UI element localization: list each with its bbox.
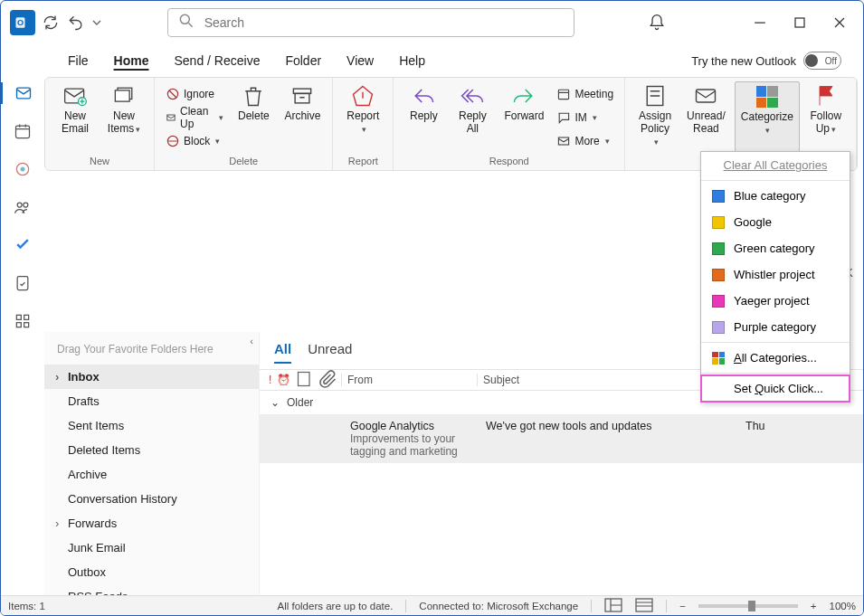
- mail-icon[interactable]: [1, 82, 44, 104]
- folder-item[interactable]: Deleted Items: [44, 438, 259, 462]
- more-respond-button[interactable]: More▾: [553, 129, 617, 153]
- ribbon-group-report: Report▾ Report: [333, 78, 394, 170]
- category-item[interactable]: Whistler project: [701, 261, 850, 288]
- menu-send-receive[interactable]: Send / Receive: [161, 48, 272, 73]
- ribbon-group-respond: Reply Reply All Forward Meeting IM▾ More…: [394, 78, 625, 170]
- notes-icon[interactable]: [12, 272, 33, 294]
- folder-item[interactable]: Inbox: [44, 365, 259, 389]
- folder-pane: ‹ Drag Your Favorite Folders Here InboxD…: [44, 332, 260, 616]
- im-button[interactable]: IM▾: [553, 106, 617, 129]
- new-items-button[interactable]: New Items▾: [101, 81, 147, 154]
- more-apps-icon[interactable]: [12, 310, 33, 332]
- svg-rect-11: [16, 315, 21, 319]
- reply-button[interactable]: Reply: [401, 81, 446, 154]
- ribbon-group-report-label: Report: [340, 154, 385, 170]
- category-swatch-icon: [712, 269, 725, 281]
- view-normal-icon[interactable]: [604, 596, 622, 616]
- message-row[interactable]: Google Analytics Improvements to your ta…: [260, 414, 863, 463]
- tab-unread[interactable]: Unread: [308, 341, 352, 364]
- search-box[interactable]: [167, 8, 574, 37]
- svg-rect-23: [296, 93, 310, 103]
- category-item[interactable]: Blue category: [701, 183, 850, 209]
- reply-icon: [411, 83, 436, 109]
- svg-rect-27: [697, 90, 716, 102]
- menu-view[interactable]: View: [334, 48, 386, 73]
- folder-item[interactable]: Forwards: [44, 511, 259, 535]
- zoom-level: 100%: [830, 601, 856, 611]
- all-categories[interactable]: All Categories...: [701, 345, 850, 371]
- column-from[interactable]: From: [341, 374, 477, 386]
- minimize-button[interactable]: [740, 8, 780, 37]
- category-swatch-icon: [712, 216, 725, 229]
- reply-all-label: Reply All: [459, 110, 487, 136]
- reply-all-button[interactable]: Reply All: [450, 81, 495, 154]
- cleanup-button[interactable]: Clean Up▾: [162, 106, 227, 129]
- archive-icon: [290, 83, 315, 109]
- meeting-button[interactable]: Meeting: [553, 82, 617, 106]
- category-swatch-icon: [712, 321, 725, 334]
- close-button[interactable]: [820, 8, 859, 37]
- menu-file[interactable]: File: [55, 48, 101, 73]
- archive-button[interactable]: Archive: [280, 81, 325, 154]
- reminder-column-icon[interactable]: ⏰: [277, 374, 290, 386]
- categorize-button[interactable]: Categorize▾: [735, 81, 800, 154]
- search-input[interactable]: [204, 15, 565, 30]
- category-item[interactable]: Google: [701, 209, 850, 235]
- new-email-button[interactable]: New Email: [52, 81, 98, 154]
- undo-icon[interactable]: [66, 13, 86, 33]
- folder-item[interactable]: Archive: [44, 462, 259, 487]
- try-new-label: Try the new Outlook: [691, 54, 796, 68]
- qat-dropdown-icon[interactable]: [91, 13, 102, 33]
- try-new-toggle[interactable]: Off: [803, 52, 841, 70]
- set-quick-click[interactable]: Set Quick Click...: [701, 375, 850, 402]
- attachment-column-icon[interactable]: [319, 370, 337, 391]
- zoom-out-icon[interactable]: −: [679, 601, 686, 611]
- reply-label: Reply: [410, 110, 438, 123]
- unread-read-button[interactable]: Unread/ Read: [681, 81, 731, 154]
- menu-home[interactable]: Home: [101, 48, 162, 73]
- report-button[interactable]: Report▾: [340, 81, 385, 154]
- folder-item[interactable]: Sent Items: [44, 413, 259, 438]
- category-item[interactable]: Green category: [701, 235, 850, 261]
- all-categories-label: All Categories...: [734, 351, 817, 365]
- status-connected: Connected to: Microsoft Exchange: [419, 601, 578, 611]
- new-items-icon: [111, 83, 137, 109]
- folder-item[interactable]: Outbox: [44, 560, 259, 584]
- assign-policy-button[interactable]: Assign Policy▾: [632, 81, 678, 154]
- calendar-icon[interactable]: [12, 120, 33, 142]
- menu-help[interactable]: Help: [386, 48, 438, 73]
- clear-all-categories[interactable]: Clear All Categories: [701, 152, 850, 178]
- status-uptodate: All folders are up to date.: [277, 601, 393, 611]
- delete-button[interactable]: Delete: [231, 81, 276, 154]
- maximize-button[interactable]: [780, 8, 820, 37]
- folder-item[interactable]: Conversation History: [44, 487, 259, 511]
- sync-icon[interactable]: [41, 13, 61, 33]
- more-label: More: [574, 135, 599, 147]
- view-reading-icon[interactable]: [635, 596, 653, 616]
- zoom-thumb-icon: [748, 601, 755, 611]
- category-item[interactable]: Purple category: [701, 314, 850, 340]
- copilot-icon[interactable]: [12, 158, 33, 180]
- ignore-button[interactable]: Ignore: [162, 82, 227, 106]
- collapse-pane-icon[interactable]: ‹: [250, 336, 253, 346]
- category-swatch-icon: [712, 190, 725, 203]
- todo-icon[interactable]: [12, 234, 33, 256]
- people-icon[interactable]: [12, 196, 33, 218]
- all-categories-icon: [712, 352, 725, 365]
- forward-button[interactable]: Forward: [498, 81, 549, 154]
- block-button[interactable]: Block▾: [162, 129, 227, 153]
- menu-folder[interactable]: Folder: [272, 48, 334, 73]
- category-item[interactable]: Yaeger project: [701, 288, 850, 314]
- notifications-icon[interactable]: [639, 14, 675, 32]
- follow-up-button[interactable]: Follow Up▾: [803, 81, 849, 154]
- zoom-in-icon[interactable]: +: [811, 601, 817, 611]
- icon-column-icon[interactable]: [296, 370, 314, 391]
- folder-item[interactable]: Junk Email: [44, 535, 259, 560]
- chevron-down-icon: ⌄: [271, 396, 280, 409]
- folder-item[interactable]: Drafts: [44, 389, 259, 413]
- zoom-slider[interactable]: [698, 604, 798, 608]
- delete-icon: [241, 83, 266, 109]
- svg-rect-25: [559, 137, 569, 145]
- importance-column-icon[interactable]: !: [269, 374, 271, 386]
- tab-all[interactable]: All: [274, 341, 291, 364]
